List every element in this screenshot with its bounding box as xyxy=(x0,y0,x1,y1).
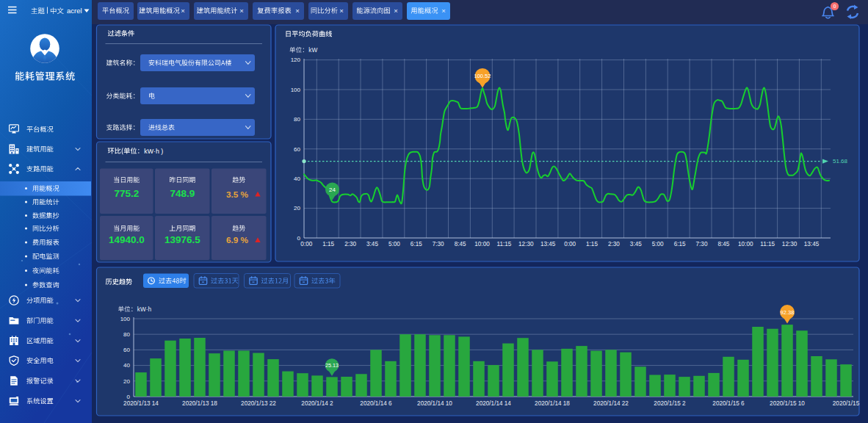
svg-text:5:00: 5:00 xyxy=(388,241,400,247)
svg-text:6.9 %: 6.9 % xyxy=(226,235,249,245)
svg-text:92.38: 92.38 xyxy=(781,309,795,316)
svg-text:1:15: 1:15 xyxy=(586,241,598,247)
svg-text:2020/1/15 2: 2020/1/15 2 xyxy=(654,400,686,407)
svg-text:8:45: 8:45 xyxy=(455,241,466,247)
svg-text:12:30: 12:30 xyxy=(518,241,534,247)
svg-text:60: 60 xyxy=(294,146,300,153)
svg-text:51.68: 51.68 xyxy=(833,158,848,164)
svg-text:kW·h: kW·h xyxy=(137,306,152,313)
svg-text:2020/1/14 6: 2020/1/14 6 xyxy=(360,400,392,407)
svg-text:2020/1/13 14: 2020/1/13 14 xyxy=(123,400,159,407)
svg-text:2020/1/13 18: 2020/1/13 18 xyxy=(182,400,217,407)
svg-text:×: × xyxy=(339,7,344,15)
svg-text:kW: kW xyxy=(308,46,317,54)
svg-text:748.9: 748.9 xyxy=(170,188,195,199)
svg-text:7:30: 7:30 xyxy=(696,241,708,247)
svg-text:×: × xyxy=(394,7,398,15)
svg-text:10:00: 10:00 xyxy=(474,241,490,247)
svg-text:100: 100 xyxy=(120,316,131,322)
svg-text:2020/1/15 6: 2020/1/15 6 xyxy=(712,400,745,407)
svg-text:20: 20 xyxy=(123,378,130,385)
svg-text:7:30: 7:30 xyxy=(433,241,444,247)
svg-text:25.13: 25.13 xyxy=(325,362,339,369)
svg-text:11:15: 11:15 xyxy=(760,241,775,247)
svg-text:40: 40 xyxy=(294,176,300,182)
svg-text:3.5 %: 3.5 % xyxy=(226,189,249,200)
svg-text:24: 24 xyxy=(329,187,336,193)
svg-text:×: × xyxy=(441,7,446,15)
svg-text:6:15: 6:15 xyxy=(674,241,686,247)
svg-text:12:30: 12:30 xyxy=(782,241,798,247)
svg-text:100.52: 100.52 xyxy=(474,73,491,79)
svg-text:100: 100 xyxy=(291,87,301,93)
svg-text:2020/1/14 2: 2020/1/14 2 xyxy=(301,400,333,407)
svg-text:13:45: 13:45 xyxy=(804,241,820,247)
svg-text:120: 120 xyxy=(291,57,301,63)
svg-text:×: × xyxy=(295,7,300,15)
svg-text:0:00: 0:00 xyxy=(300,241,312,247)
svg-text:2:30: 2:30 xyxy=(608,241,620,247)
svg-text:0: 0 xyxy=(127,394,131,400)
svg-text:20: 20 xyxy=(294,205,300,212)
svg-text:5:00: 5:00 xyxy=(652,241,664,247)
svg-text:2020/1/14 14: 2020/1/14 14 xyxy=(476,400,511,407)
svg-text:2020/1/14 18: 2020/1/14 18 xyxy=(535,400,570,407)
svg-text:13:45: 13:45 xyxy=(540,241,556,247)
svg-text:13976.5: 13976.5 xyxy=(164,234,200,245)
svg-text:14940.0: 14940.0 xyxy=(109,234,145,245)
svg-text:775.2: 775.2 xyxy=(114,188,139,199)
svg-text:0:00: 0:00 xyxy=(564,241,576,247)
svg-text:kW·h ): kW·h ) xyxy=(144,148,163,155)
svg-text:3:45: 3:45 xyxy=(366,241,378,247)
svg-text:3:45: 3:45 xyxy=(630,241,642,247)
svg-text:6:15: 6:15 xyxy=(411,241,422,247)
svg-text:acrel: acrel xyxy=(67,7,82,15)
svg-text:2020/1/13 22: 2020/1/13 22 xyxy=(241,400,276,407)
svg-text:×: × xyxy=(239,7,244,15)
svg-text:2020/1/15: 2020/1/15 xyxy=(833,400,860,407)
svg-text:11:15: 11:15 xyxy=(496,241,511,247)
svg-text:80: 80 xyxy=(294,116,300,123)
svg-text:0: 0 xyxy=(833,3,836,10)
svg-text:2:30: 2:30 xyxy=(344,241,356,247)
svg-text:10:00: 10:00 xyxy=(738,241,753,247)
svg-text:2020/1/15 10: 2020/1/15 10 xyxy=(770,400,805,407)
svg-text:40: 40 xyxy=(123,362,130,369)
svg-text:8:45: 8:45 xyxy=(717,241,729,247)
svg-text:60: 60 xyxy=(123,347,130,353)
svg-text:2020/1/14 10: 2020/1/14 10 xyxy=(417,400,452,407)
svg-text:2020/1/14 22: 2020/1/14 22 xyxy=(593,400,629,407)
svg-text:×: × xyxy=(181,7,185,15)
svg-text:1:15: 1:15 xyxy=(322,241,334,247)
svg-text:80: 80 xyxy=(123,331,130,338)
